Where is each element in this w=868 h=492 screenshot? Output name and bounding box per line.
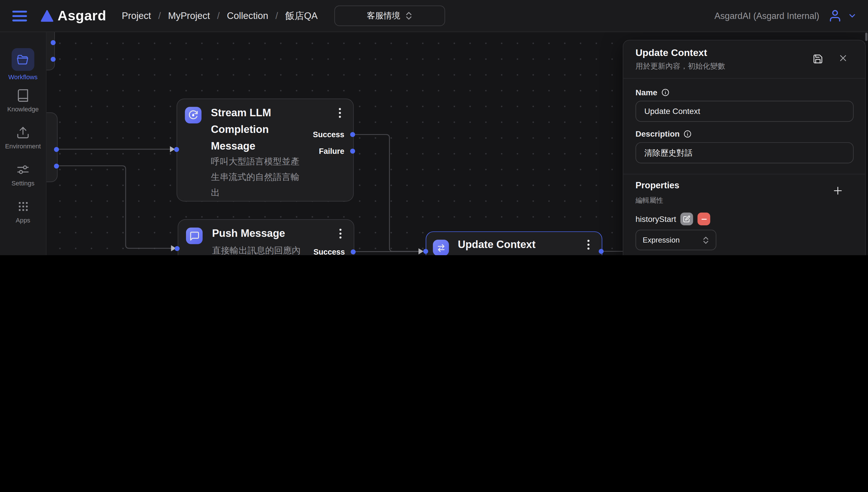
breadcrumb-project[interactable]: Project <box>122 10 151 22</box>
node-config-panel: Update Context 用於更新內容，初始化變數 Name Descrip… <box>623 40 866 255</box>
sidebar: Workflows Knowledge Environment Settings… <box>0 31 47 255</box>
save-button[interactable] <box>813 54 823 64</box>
port-dot[interactable] <box>54 163 59 168</box>
kebab-menu-icon[interactable] <box>587 240 590 250</box>
upload-icon <box>11 125 34 140</box>
remove-property-button[interactable] <box>698 213 711 225</box>
property-type-select[interactable]: Expression <box>636 230 716 250</box>
properties-subtitle: 編輯屬性 <box>636 196 663 205</box>
user-icon[interactable] <box>828 9 842 23</box>
scrollbar-thumb[interactable] <box>865 33 867 41</box>
swap-arrows-icon <box>433 240 449 255</box>
port-label-failure: Failure <box>319 147 344 155</box>
node-update-context[interactable]: Update Context 清除歷史對話 <box>426 231 602 255</box>
sidebar-item-label: Environment <box>5 143 41 150</box>
logo-text: Asgard <box>58 8 106 24</box>
port-dot[interactable] <box>350 149 355 153</box>
breadcrumb-collection[interactable]: Collection <box>227 10 268 22</box>
node-push-message[interactable]: Push Message 直接輸出訊息的回應內容 Success Failure <box>178 219 354 255</box>
node-description: 清除歷史對話 <box>458 253 579 255</box>
sliders-icon <box>11 162 34 177</box>
panel-subtitle: 用於更新內容，初始化變數 <box>636 62 725 72</box>
grid-icon <box>11 199 34 214</box>
account-label: AsgardAI (Asgard Internal) <box>714 11 819 21</box>
port-dot[interactable] <box>423 249 428 254</box>
edit-property-button[interactable] <box>680 213 693 225</box>
sidebar-item-label: Apps <box>16 217 30 224</box>
breadcrumb-separator: / <box>217 10 220 22</box>
sidebar-item-label: Settings <box>11 180 34 187</box>
node-stream-llm[interactable]: Stream LLM Completion Message 呼叫大型語言模型並產… <box>176 98 354 201</box>
logo-triangle-icon <box>41 9 54 22</box>
info-icon[interactable] <box>684 130 691 138</box>
chevron-up-down-icon <box>702 236 709 244</box>
port-label-success: Success <box>314 247 345 255</box>
breadcrumb: Project / MyProject / Collection / 飯店QA <box>122 9 318 22</box>
port-dot[interactable] <box>175 246 179 251</box>
port-dot[interactable] <box>351 249 356 254</box>
name-field[interactable] <box>636 101 854 122</box>
property-name: historyStart <box>636 215 676 223</box>
description-field[interactable] <box>636 142 854 163</box>
node-description: 呼叫大型語言模型並產生串流式的自然語言輸出 <box>211 154 303 200</box>
hamburger-menu-icon[interactable] <box>12 10 27 22</box>
breadcrumb-separator: / <box>276 10 278 22</box>
sidebar-item-label: Workflows <box>8 73 38 80</box>
environment-selector[interactable]: 客服情境 <box>334 5 445 26</box>
stream-icon <box>185 107 201 123</box>
sidebar-item-label: Knowledge <box>7 106 39 112</box>
port-dot[interactable] <box>54 147 59 152</box>
navbar: Asgard Project / MyProject / Collection … <box>0 0 868 32</box>
sidebar-item-knowledge[interactable]: Knowledge <box>7 88 39 113</box>
property-type-value: Expression <box>643 236 680 244</box>
chat-bubble-icon <box>186 228 203 244</box>
info-icon[interactable] <box>661 89 669 96</box>
port-dot[interactable] <box>350 132 355 137</box>
port-dot[interactable] <box>51 40 55 45</box>
breadcrumb-myproject[interactable]: MyProject <box>168 10 210 22</box>
sidebar-item-settings[interactable]: Settings <box>11 162 34 187</box>
kebab-menu-icon[interactable] <box>339 228 342 239</box>
book-icon <box>11 88 34 103</box>
node-title: Update Context <box>458 236 579 253</box>
close-icon[interactable] <box>839 54 848 63</box>
logo[interactable]: Asgard <box>41 8 106 24</box>
description-label: Description <box>636 129 691 138</box>
breadcrumb-separator: / <box>158 10 161 22</box>
navbar-right: AsgardAI (Asgard Internal) <box>714 9 868 23</box>
add-property-button[interactable] <box>833 186 843 196</box>
name-label: Name <box>636 88 669 97</box>
node-title: Push Message <box>212 225 323 242</box>
properties-title: Properties <box>636 180 679 191</box>
panel-title: Update Context <box>636 47 707 58</box>
environment-selector-label: 客服情境 <box>367 10 400 21</box>
offscreen-node-stub[interactable] <box>46 31 55 70</box>
sidebar-item-environment[interactable]: Environment <box>5 125 41 150</box>
kebab-menu-icon[interactable] <box>339 108 341 118</box>
port-dot[interactable] <box>599 249 604 254</box>
app-window: Asgard Project / MyProject / Collection … <box>0 0 868 255</box>
sidebar-item-workflows[interactable]: Workflows <box>8 48 38 80</box>
property-row-historystart: historyStart <box>636 213 711 225</box>
breadcrumb-current[interactable]: 飯店QA <box>285 9 318 22</box>
chevron-up-down-icon <box>405 11 412 20</box>
chevron-down-icon[interactable] <box>848 11 857 21</box>
port-label-success: Success <box>313 130 344 139</box>
panel-header: Update Context 用於更新內容，初始化變數 <box>623 41 865 79</box>
sidebar-item-apps[interactable]: Apps <box>11 199 34 224</box>
node-description: 直接輸出訊息的回應內容 <box>212 243 304 255</box>
folder-icon <box>11 48 34 71</box>
node-title: Stream LLM Completion Message <box>211 104 283 154</box>
port-dot[interactable] <box>51 57 55 62</box>
divider <box>623 174 865 174</box>
port-dot[interactable] <box>174 147 179 152</box>
